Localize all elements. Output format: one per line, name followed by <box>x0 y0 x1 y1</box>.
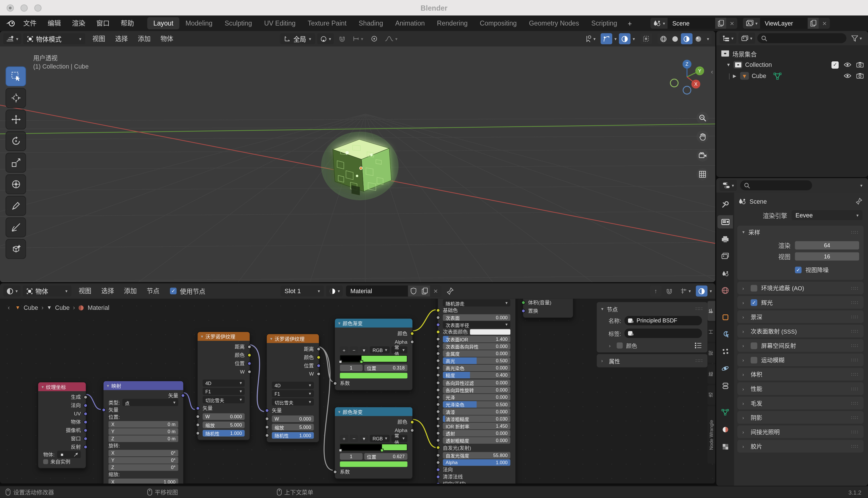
scale-slider[interactable]: 缩放5.000 <box>203 421 245 428</box>
socket-color-out[interactable] <box>410 331 414 335</box>
xray-toggle-button[interactable] <box>640 33 652 44</box>
socket-emission[interactable] <box>436 446 440 450</box>
menu-window[interactable]: 窗口 <box>91 15 115 31</box>
socket-ior[interactable] <box>436 424 440 428</box>
tool-move[interactable] <box>5 109 26 129</box>
editor-type-button[interactable]: ▾ <box>3 286 21 297</box>
workspace-tab-compositing[interactable]: Compositing <box>474 17 523 29</box>
socket-window[interactable] <box>83 437 87 441</box>
emission-strength-slider[interactable]: 自发光强度55.800 <box>443 452 510 458</box>
node-texture-coordinate[interactable]: ▾纹理坐标 生成 法向 UV 物体 摄像机 窗口 反射 物体: <box>38 382 87 469</box>
tool-add-primitive[interactable] <box>5 239 26 259</box>
outliner-search-input[interactable] <box>757 33 846 43</box>
expand-object-icon[interactable]: ▶ <box>733 74 737 78</box>
viewport-menu-select[interactable]: 选择 <box>110 31 133 47</box>
rotation-z-field[interactable]: Z0° <box>108 464 178 470</box>
socket-subsurface-color[interactable] <box>436 330 440 334</box>
tab-constraints[interactable] <box>717 379 733 392</box>
add-stop-button[interactable]: + <box>340 346 348 353</box>
section-ambient-occlusion[interactable]: ›环境光遮蔽 (AO)∷∷ <box>737 282 864 294</box>
properties-editor-type-button[interactable]: ▾ <box>720 180 737 191</box>
socket-camera[interactable] <box>83 428 87 432</box>
tool-tweak-select[interactable] <box>5 66 26 86</box>
tab-node[interactable]: 节 <box>708 301 715 321</box>
socket-reflection[interactable] <box>83 445 87 449</box>
subsurface-radius-dropdown[interactable]: 次表面半径▾ <box>443 321 510 328</box>
feature-dropdown[interactable]: F1▾ <box>272 390 314 397</box>
view-layer-name[interactable]: ViewLayer <box>760 18 808 29</box>
section-depth-of-field[interactable]: ›景深∷∷ <box>737 310 864 323</box>
anisotropic-slider[interactable]: 各向异性过滤0.000 <box>443 379 510 386</box>
snap-target-button[interactable]: ▾ <box>350 33 366 44</box>
workspace-tab-animation[interactable]: Animation <box>389 17 431 29</box>
workspace-tab-rendering[interactable]: Rendering <box>431 17 474 29</box>
socket-emission-strength[interactable] <box>436 453 440 457</box>
socket-vector-in[interactable] <box>265 408 269 412</box>
interpolation-dropdown[interactable]: 常值▾ <box>391 346 407 353</box>
tab-render[interactable] <box>717 215 733 228</box>
subsurface-slider[interactable]: 次表面0.000 <box>443 314 510 321</box>
collection-exclude-checkbox[interactable]: ✓ <box>831 61 839 68</box>
socket-uv[interactable] <box>83 412 87 416</box>
pan-view-button[interactable] <box>696 131 709 143</box>
viewport-denoise-checkbox[interactable]: ✓ <box>795 266 801 273</box>
node-principled-bsdf[interactable]: 随机游走▾ 基础色 次表面0.000 次表面半径▾ 次表面颜色 次表面IOR1.… <box>438 299 516 483</box>
workspace-tab-uv-editing[interactable]: UV Editing <box>258 17 302 29</box>
socket-w-in[interactable] <box>196 414 200 418</box>
alpha-slider[interactable]: Alpha1.000 <box>443 459 510 466</box>
section-indirect-lighting[interactable]: ›间接光照明∷∷ <box>737 425 864 438</box>
transmission-slider[interactable]: 透射0.000 <box>443 430 510 437</box>
shading-wireframe-button[interactable] <box>658 33 669 44</box>
socket-displacement[interactable] <box>521 309 526 313</box>
panel-grip[interactable]: ∷∷ <box>696 306 703 311</box>
menu-edit[interactable]: 编辑 <box>42 15 67 31</box>
shader-type-dropdown[interactable]: 物体▾ <box>23 286 72 297</box>
rotation-y-field[interactable]: Y0° <box>108 457 178 463</box>
outliner-row-scene-collection[interactable]: 场景集合 <box>716 48 868 60</box>
socket-sheen-tint[interactable] <box>436 403 440 406</box>
hide-eye-icon[interactable] <box>844 62 851 67</box>
section-bloom[interactable]: ›✓辉光∷∷ <box>737 296 864 309</box>
ssr-checkbox[interactable] <box>751 342 757 349</box>
socket-fac-in[interactable] <box>333 381 337 385</box>
from-instancer-checkbox[interactable] <box>43 459 48 464</box>
subsurface-color-swatch[interactable] <box>470 329 510 335</box>
unlink-material-button[interactable]: ✕ <box>430 286 441 297</box>
view-layer-remove-button[interactable]: ✕ <box>819 18 830 29</box>
socket-transmission-roughness[interactable] <box>436 438 440 443</box>
socket-vector-in[interactable] <box>196 406 200 410</box>
viewport-menu-object[interactable]: 物体 <box>156 31 178 47</box>
tab-modifiers[interactable] <box>717 328 733 341</box>
collapse-node-icon[interactable]: ▾ <box>42 384 44 389</box>
dimensions-dropdown[interactable]: 4D▾ <box>203 380 245 387</box>
toggle-ortho-button[interactable] <box>696 168 709 180</box>
socket-alpha-out[interactable] <box>410 428 414 432</box>
socket-alpha-out[interactable] <box>410 340 414 344</box>
node-label-field[interactable] <box>624 329 702 338</box>
pin-icon[interactable] <box>446 287 454 295</box>
properties-search-input[interactable] <box>740 181 812 191</box>
menu-render[interactable]: 渲染 <box>66 15 91 31</box>
outliner-row-cube[interactable]: | ▶ ▼ Cube <box>716 70 868 81</box>
active-stop-index[interactable]: 1 <box>340 364 363 371</box>
color-ramp-gradient[interactable] <box>340 444 407 451</box>
clearcoat-roughness-slider[interactable]: 清漆粗糙度0.030 <box>443 415 510 422</box>
options-chevron-icon[interactable]: ▾ <box>860 183 865 188</box>
expand-collection-icon[interactable]: ▼ <box>726 62 730 67</box>
viewport-canvas[interactable]: 用户透视 (1) Collection | Cube ‹ <box>0 47 715 282</box>
subsurface-anisotropy-slider[interactable]: 次表面各向异性0.000 <box>443 343 510 350</box>
collapse-node-icon[interactable]: ▾ <box>107 383 109 388</box>
socket-object[interactable] <box>83 420 87 424</box>
socket-scale-in[interactable] <box>196 422 200 427</box>
workspace-tab-sculpting[interactable]: Sculpting <box>218 17 258 29</box>
section-volumetrics[interactable]: ›体积∷∷ <box>737 368 864 380</box>
hide-eye-icon[interactable] <box>844 73 851 79</box>
fake-user-button[interactable] <box>408 286 419 297</box>
go-to-parent-node-button[interactable]: ↑ <box>650 286 662 297</box>
sheen-slider[interactable]: 光泽0.000 <box>443 394 510 401</box>
overlays-toggle-button[interactable] <box>619 33 631 44</box>
randomness-slider[interactable]: 随机性1.000 <box>272 432 314 438</box>
dimensions-dropdown[interactable]: 4D▾ <box>272 382 314 389</box>
shading-rendered-button[interactable] <box>692 33 704 44</box>
shading-solid-button[interactable] <box>669 33 681 44</box>
